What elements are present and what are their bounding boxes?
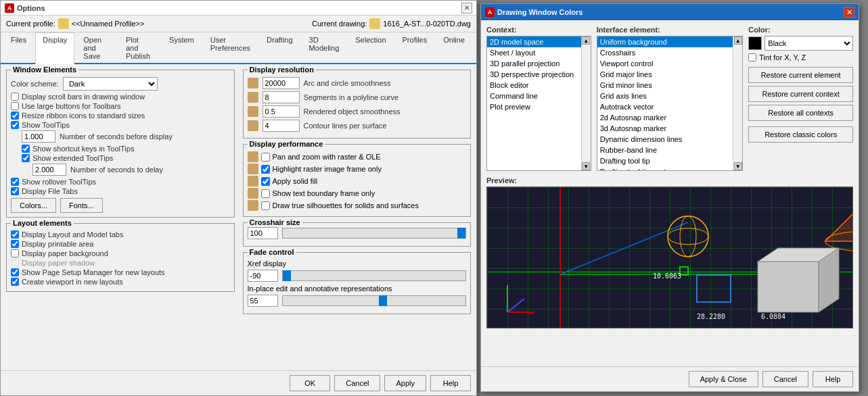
inplace-label: In-place edit and annotative representat… [248,284,467,293]
interface-list-wrap: Uniform background Crosshairs Viewport c… [597,36,744,171]
context-scroll-up[interactable]: ▲ [582,36,590,45]
interface-item-3d-snap[interactable]: 3d Autosnap marker [597,123,733,134]
context-item-plot-preview[interactable]: Plot preview [487,101,581,112]
context-item-command-line[interactable]: Command line [487,91,581,101]
colors-cancel-button[interactable]: Cancel [762,371,808,387]
seconds-before-input[interactable] [22,130,55,143]
tab-files[interactable]: Files [3,32,34,63]
tab-drafting[interactable]: Drafting [259,32,300,63]
context-scroll-down[interactable]: ▼ [582,162,590,170]
highlight-raster-row: Highlight raster image frame only [248,164,467,174]
create-viewport-checkbox[interactable] [11,278,19,286]
help-button[interactable]: Help [430,375,471,391]
interface-item-viewport[interactable]: Viewport control [597,58,733,69]
color-select[interactable]: Black White Red Blue [764,36,853,51]
interface-item-rubber-band[interactable]: Rubber-band line [597,145,733,155]
colors-close-button[interactable]: ✕ [844,7,854,18]
tint-checkbox[interactable] [748,53,756,61]
resize-ribbon-checkbox[interactable] [11,112,19,120]
resize-ribbon-row: Resize ribbon icons to standard sizes [11,112,230,120]
tab-online[interactable]: Online [436,32,472,63]
tab-3d-modeling[interactable]: 3D Modeling [302,32,347,63]
context-item-3d-parallel[interactable]: 3D parallel projection [487,58,581,69]
interface-item-drafting-tip-contour[interactable]: Drafting tool tip contour [597,166,733,170]
fonts-button[interactable]: Fonts... [60,198,103,213]
text-boundary-icon [248,188,258,199]
segments-input[interactable] [262,91,300,103]
restore-context-button[interactable]: Restore current context [748,86,853,102]
page-setup-checkbox[interactable] [11,268,19,276]
extended-tooltips-checkbox[interactable] [22,154,30,162]
tab-open-save[interactable]: Open and Save [76,32,117,63]
seconds-delay-input[interactable] [32,164,66,176]
interface-scroll-up[interactable]: ▲ [734,36,742,45]
drawing-label: Current drawing: [312,20,367,28]
tab-selection[interactable]: Selection [348,32,393,63]
context-list-wrap: 2D model space Sheet / layout 3D paralle… [486,36,591,171]
color-scheme-select[interactable]: Dark Light [63,77,158,91]
restore-classic-button[interactable]: Restore classic colors [748,126,853,143]
tab-system[interactable]: System [162,32,202,63]
create-viewport-label: Create viewport in new layouts [22,278,123,286]
inplace-slider[interactable] [282,295,467,306]
ok-button[interactable]: OK [290,375,330,391]
highlight-raster-checkbox[interactable] [261,165,270,174]
interface-item-2d-snap[interactable]: 2d Autosnap marker [597,112,733,123]
context-list: 2D model space Sheet / layout 3D paralle… [487,36,581,170]
silhouettes-checkbox[interactable] [261,201,270,210]
options-close-button[interactable]: ✕ [461,3,472,14]
layout-model-checkbox[interactable] [11,230,19,239]
interface-item-grid-major[interactable]: Grid major lines [597,69,733,80]
seconds-before-row: Number of seconds before display [22,130,230,143]
printable-area-checkbox[interactable] [11,240,19,248]
interface-scroll-down[interactable]: ▼ [734,162,742,170]
interface-item-dynamic-dim[interactable]: Dynamic dimension lines [597,134,733,145]
context-item-block-editor[interactable]: Block editor [487,80,581,91]
preview-svg: 10.6063 28.2280 6.0884 [487,187,852,328]
context-item-sheet[interactable]: Sheet / layout [487,47,581,58]
large-buttons-checkbox[interactable] [11,102,19,110]
cancel-button[interactable]: Cancel [334,375,380,391]
tab-user-preferences[interactable]: User Preferences [203,32,258,63]
paper-background-checkbox[interactable] [11,249,19,257]
restore-all-button[interactable]: Restore all contexts [748,105,853,121]
interface-item-uniform[interactable]: Uniform background [597,36,733,47]
colors-button[interactable]: Colors... [11,198,56,213]
xref-slider[interactable] [282,270,467,281]
crosshair-slider-row [248,227,467,239]
interface-scrollbar[interactable]: ▲ ▼ [733,36,742,170]
file-tabs-checkbox[interactable] [11,187,19,195]
interface-item-drafting-tip[interactable]: Drafting tool tip [597,155,733,166]
contour-input[interactable] [262,120,300,132]
tab-display[interactable]: Display [35,32,74,64]
pan-zoom-checkbox[interactable] [261,153,270,162]
restore-element-button[interactable]: Restore current element [748,67,853,83]
apply-solid-checkbox[interactable] [261,177,270,186]
arc-smoothness-input[interactable] [262,77,300,89]
context-item-3d-perspective[interactable]: 3D perspective projection [487,69,581,80]
tab-profiles[interactable]: Profiles [395,32,435,63]
rendered-input[interactable] [262,105,300,118]
tab-plot-publish[interactable]: Plot and Publish [118,32,160,63]
crosshair-input[interactable] [248,227,278,239]
svg-rect-11 [697,275,731,302]
inplace-input[interactable] [248,295,278,307]
interface-item-autotrack[interactable]: Autotrack vector [597,101,733,112]
rollover-tooltips-checkbox[interactable] [11,178,19,186]
apply-close-button[interactable]: Apply & Close [689,371,758,387]
colors-help-button[interactable]: Help [813,371,853,387]
interface-item-grid-minor[interactable]: Grid minor lines [597,80,733,91]
show-tooltips-checkbox[interactable] [11,121,19,129]
shortcut-keys-checkbox[interactable] [22,145,30,153]
options-left-col: Window Elements Color scheme: Dark Light… [6,70,235,368]
text-boundary-checkbox[interactable] [261,189,270,198]
context-item-2d[interactable]: 2D model space [487,36,581,47]
scroll-bars-checkbox[interactable] [11,93,19,101]
apply-button[interactable]: Apply [384,375,426,391]
interface-item-crosshairs[interactable]: Crosshairs [597,47,733,58]
xref-input[interactable] [248,270,278,282]
context-scrollbar[interactable]: ▲ ▼ [581,36,591,170]
crosshair-slider[interactable] [282,228,467,239]
interface-item-grid-axis[interactable]: Grid axis lines [597,91,733,101]
options-dialog: A Options ✕ Current profile: <<Unnamed P… [0,0,477,396]
